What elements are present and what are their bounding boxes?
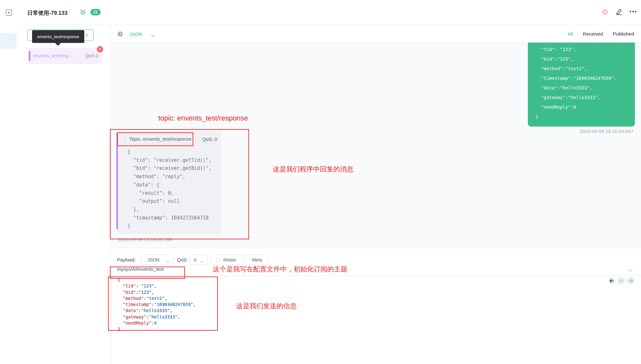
- payload-label: Payload:: [117, 257, 136, 262]
- payload-editor[interactable]: { "tid": "123", "bid":"123", "method":"t…: [111, 276, 641, 364]
- received-message-bubble[interactable]: Topic: envents_test/response QoS: 0 { "t…: [117, 131, 221, 234]
- subscription-color-bar: [29, 51, 30, 61]
- tab-received[interactable]: Received: [583, 31, 603, 37]
- double-chevron-down-icon[interactable]: [80, 9, 86, 15]
- published-message-bubble[interactable]: "tid": "123", "bid":"123", "method":"tes…: [528, 34, 635, 127]
- messages-area: "tid": "123", "bid":"123", "method":"tes…: [111, 43, 641, 248]
- received-qos-label: QoS: 0: [202, 136, 217, 142]
- tab-separator: [608, 32, 608, 36]
- payload-format-value: JSON: [147, 257, 159, 262]
- next-message-icon[interactable]: [627, 277, 634, 284]
- subscription-tooltip: envents_test/response: [32, 30, 84, 43]
- tab-separator: [578, 32, 578, 36]
- subscription-item[interactable]: envents_test/resp... QoS 0: [27, 48, 102, 64]
- tab-all[interactable]: All: [568, 31, 573, 37]
- received-message-payload: { "tid": "receiver.getTid()", "bid": "re…: [128, 148, 212, 230]
- messages-toolbar: ? JSON All Received Published: [111, 25, 641, 43]
- message-filter-tabs: All Received Published: [568, 31, 634, 37]
- remove-subscription-icon[interactable]: ✕: [97, 46, 103, 53]
- retain-label: Retain: [223, 257, 236, 262]
- connection-rail-item[interactable]: [0, 33, 17, 49]
- tab-published[interactable]: Published: [613, 31, 634, 37]
- publish-options-row: Payload: JSON QoS: 0 Retain Meta: [111, 248, 641, 263]
- retain-radio-icon[interactable]: [216, 257, 221, 262]
- qos-value: 0: [194, 257, 196, 262]
- received-message-color-bar: [116, 133, 118, 229]
- received-topic-chip: Topic: envents_test/response: [125, 134, 196, 144]
- connection-title: 日常使用-79.133: [27, 9, 68, 17]
- new-connection-button[interactable]: +: [6, 10, 12, 16]
- editor-code[interactable]: { "tid": "123", "bid":"123", "method":"t…: [118, 277, 196, 333]
- editor-gutter-line: [111, 276, 112, 364]
- published-message-payload: "tid": "123", "bid":"123", "method":"tes…: [536, 45, 617, 121]
- disconnect-power-icon[interactable]: [601, 8, 608, 15]
- connection-header: 日常使用-79.133 21: [20, 0, 641, 25]
- topic-input[interactable]: mysys/A/envents_test: [117, 266, 164, 272]
- subscriptions-panel: n envents_test/resp... QoS 0 ✕: [20, 25, 111, 364]
- prev-message-icon[interactable]: [608, 277, 615, 284]
- mqtt-client-window: + 日常使用-79.133 21 n envents_test/re: [0, 0, 641, 364]
- subscription-qos-label: QoS 0: [85, 53, 98, 58]
- new-subscription-label-fragment: n: [86, 33, 88, 38]
- subscription-topic-label: envents_test/resp...: [33, 53, 72, 58]
- connections-rail: +: [0, 0, 20, 364]
- more-options-icon[interactable]: [629, 8, 637, 15]
- publish-topic-row: mysys/A/envents_test: [111, 263, 641, 276]
- pause-minus-icon[interactable]: [618, 277, 625, 284]
- collapse-chevron-icon[interactable]: [628, 268, 633, 273]
- message-count-badge: 21: [90, 9, 101, 15]
- received-message-timestamp: 2023-09-09 23:16:05:169: [118, 237, 172, 242]
- help-icon[interactable]: ?: [118, 31, 123, 37]
- payload-format-label[interactable]: JSON: [129, 31, 142, 37]
- qos-label: QoS:: [177, 257, 188, 262]
- editor-indent-guide: [117, 282, 117, 327]
- meta-label: Meta: [252, 257, 262, 262]
- published-message-timestamp: 2023-09-09 23:16:04:047: [579, 128, 633, 134]
- chevron-down-icon[interactable]: [151, 33, 155, 38]
- message-nav-controls: [608, 277, 634, 284]
- publish-panel: Payload: JSON QoS: 0 Retain Meta mysys/A…: [111, 248, 641, 364]
- edit-pencil-icon[interactable]: [615, 8, 622, 15]
